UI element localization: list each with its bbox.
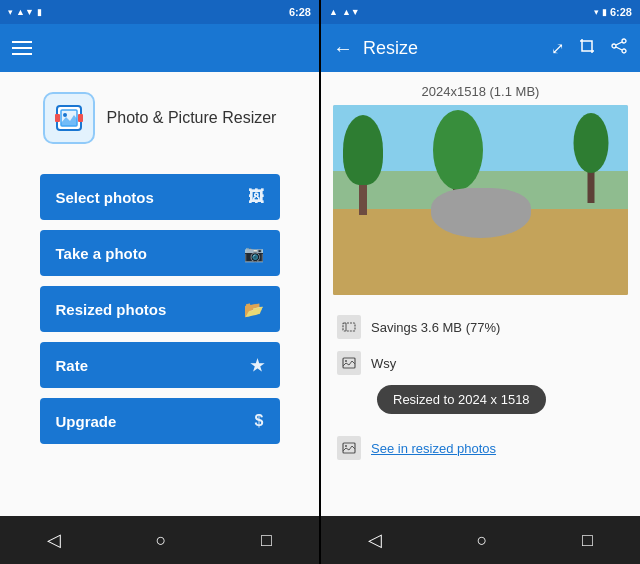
back-button[interactable]: ← (333, 37, 353, 60)
see-resized-row: See in resized photos (333, 430, 628, 466)
image-preview (333, 105, 628, 295)
savings-text: Savings 3.6 MB (77%) (371, 320, 500, 335)
back-nav-left[interactable]: ◁ (47, 529, 61, 551)
bottom-nav-right: ◁ ○ □ (321, 516, 640, 564)
wsy-icon (337, 351, 361, 375)
camera-status-icon: ▲ (329, 7, 338, 17)
left-content: Photo & Picture Resizer Select photos 🖼 … (0, 72, 319, 516)
toolbar-right: ← Resize ⤢ (321, 24, 640, 72)
right-content: 2024x1518 (1.1 MB) (321, 72, 640, 516)
share-icon[interactable] (610, 37, 628, 59)
hamburger-line-1 (12, 41, 32, 43)
network-status-icon: ▲▼ (342, 7, 360, 17)
svg-point-10 (622, 39, 626, 43)
left-panel: ▾ ▲▼ ▮ 6:28 Ph (0, 0, 319, 564)
rate-button[interactable]: Rate ★ (40, 342, 280, 388)
svg-line-14 (616, 47, 622, 50)
svg-point-2 (63, 113, 67, 117)
fullscreen-icon[interactable]: ⤢ (551, 39, 564, 58)
upgrade-label: Upgrade (56, 413, 117, 430)
wifi-icon: ▾ (8, 7, 13, 17)
status-icons-right: ▲ ▲▼ (329, 7, 360, 17)
menu-button[interactable] (12, 41, 32, 55)
status-icons-left: ▾ ▲▼ ▮ (8, 7, 42, 17)
svg-point-20 (345, 445, 347, 447)
app-name: Photo & Picture Resizer (107, 109, 277, 127)
toolbar-actions: ⤢ (551, 37, 628, 59)
app-icon (43, 92, 95, 144)
svg-rect-5 (582, 41, 592, 51)
svg-rect-4 (78, 114, 83, 122)
take-photo-icon: 📷 (244, 244, 264, 263)
take-photo-label: Take a photo (56, 245, 147, 262)
rate-icon: ★ (250, 356, 264, 375)
select-photos-button[interactable]: Select photos 🖼 (40, 174, 280, 220)
rock (431, 188, 531, 238)
take-photo-button[interactable]: Take a photo 📷 (40, 230, 280, 276)
tree-left (343, 115, 383, 215)
svg-rect-3 (55, 114, 60, 122)
select-photos-label: Select photos (56, 189, 154, 206)
rate-label: Rate (56, 357, 89, 374)
battery-icon-left: ▮ (37, 7, 42, 17)
network-icon: ▲▼ (16, 7, 34, 17)
time-left: 6:28 (289, 6, 311, 18)
resized-photos-label: Resized photos (56, 301, 167, 318)
wifi-status-icon: ▾ (594, 7, 599, 17)
park-scene (333, 105, 628, 295)
resized-photos-button[interactable]: Resized photos 📂 (40, 286, 280, 332)
tooltip-container: Resized to 2024 x 1518 (343, 381, 628, 422)
svg-point-12 (622, 49, 626, 53)
tree-right (573, 113, 608, 203)
toolbar-left (0, 24, 319, 72)
app-logo-area: Photo & Picture Resizer (43, 92, 277, 144)
svg-rect-17 (343, 358, 355, 368)
svg-line-13 (616, 42, 622, 45)
bottom-nav-left: ◁ ○ □ (0, 516, 319, 564)
see-resized-link[interactable]: See in resized photos (371, 441, 496, 456)
wsy-row: Wsy (333, 345, 628, 381)
home-nav-left[interactable]: ○ (156, 530, 167, 551)
status-bar-left: ▾ ▲▼ ▮ 6:28 (0, 0, 319, 24)
home-nav-right[interactable]: ○ (477, 530, 488, 551)
recents-nav-left[interactable]: □ (261, 530, 272, 551)
svg-point-18 (345, 360, 347, 362)
time-right: 6:28 (610, 6, 632, 18)
crop-icon[interactable] (578, 37, 596, 59)
upgrade-icon: $ (255, 412, 264, 430)
see-resized-icon (337, 436, 361, 460)
back-nav-right[interactable]: ◁ (368, 529, 382, 551)
savings-icon (337, 315, 361, 339)
select-photos-icon: 🖼 (248, 188, 264, 206)
resized-photos-icon: 📂 (244, 300, 264, 319)
svg-point-11 (612, 44, 616, 48)
right-panel: ▲ ▲▼ ▾ ▮ 6:28 ← Resize ⤢ (321, 0, 640, 564)
recents-nav-right[interactable]: □ (582, 530, 593, 551)
toolbar-title: Resize (363, 38, 541, 59)
savings-row: Savings 3.6 MB (77%) (333, 309, 628, 345)
resize-tooltip: Resized to 2024 x 1518 (377, 385, 546, 414)
hamburger-line-2 (12, 47, 32, 49)
image-dimension-label: 2024x1518 (1.1 MB) (333, 84, 628, 99)
hamburger-line-3 (12, 53, 32, 55)
wsy-text: Wsy (371, 356, 396, 371)
svg-rect-15 (343, 323, 355, 331)
svg-rect-19 (343, 443, 355, 453)
status-bar-right: ▲ ▲▼ ▾ ▮ 6:28 (321, 0, 640, 24)
upgrade-button[interactable]: Upgrade $ (40, 398, 280, 444)
battery-status-icon: ▮ (602, 7, 607, 17)
